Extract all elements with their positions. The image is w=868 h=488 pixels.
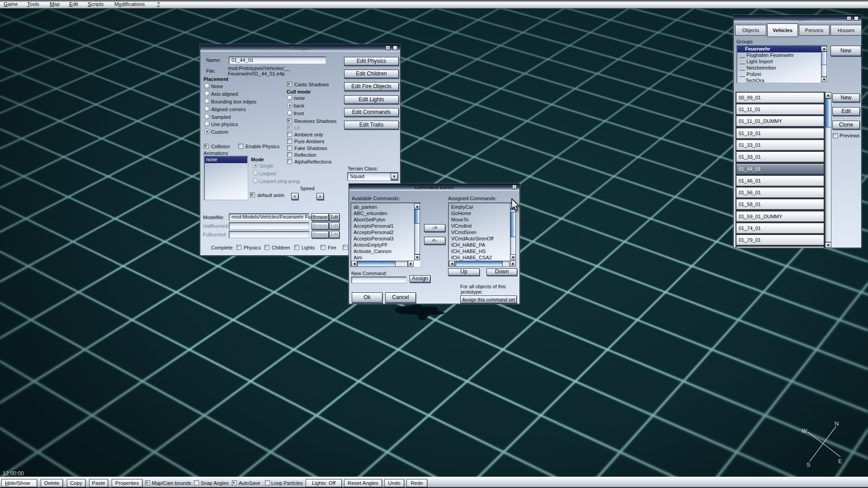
svg-text:E: E [838, 458, 842, 465]
svg-text:W: W [802, 427, 807, 434]
svg-text:S: S [807, 461, 811, 468]
svg-text:N: N [835, 420, 839, 427]
